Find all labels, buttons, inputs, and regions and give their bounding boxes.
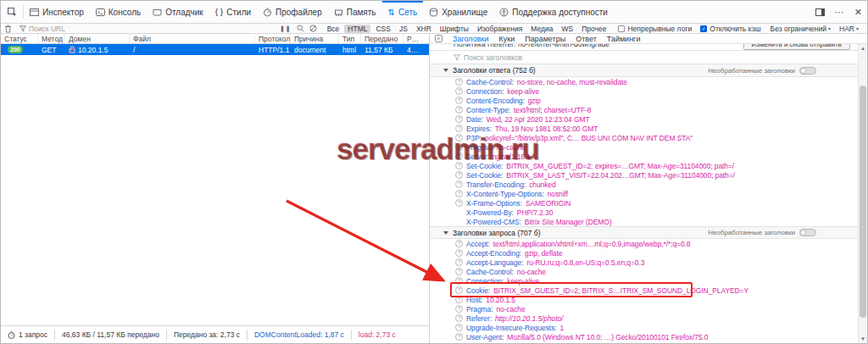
referer-link[interactable]: http://10.20.1.5/photo/: [495, 314, 563, 323]
filter-js[interactable]: JS: [396, 25, 411, 33]
header-row[interactable]: ?Cache-Control:no-store, no-cache, must-…: [430, 77, 867, 86]
column-transferred[interactable]: Передано: [361, 34, 403, 43]
scrollbar-thumb[interactable]: [860, 86, 866, 318]
header-row[interactable]: ?Accept-Language:ru-RU,ru;q=0.8,en-US;q=…: [430, 258, 867, 267]
header-row[interactable]: ?Content-Encoding:gzip: [430, 96, 867, 105]
help-icon[interactable]: ?: [455, 134, 463, 141]
help-icon[interactable]: ?: [455, 240, 463, 247]
help-icon[interactable]: ?: [455, 143, 463, 151]
help-icon[interactable]: ?: [455, 324, 463, 331]
help-icon[interactable]: ?: [455, 333, 463, 341]
header-row[interactable]: ?Server:nginx/1.16.1: [430, 152, 867, 161]
edit-resend-button[interactable]: Изменить и снова отправить: [743, 44, 850, 50]
domcontentloaded-time[interactable]: DOMContentLoaded: 1,87 с: [247, 330, 351, 341]
help-icon[interactable]: ?: [455, 153, 463, 160]
tab-style-editor[interactable]: { } Стили: [209, 1, 257, 23]
pick-element-button[interactable]: [1, 1, 23, 23]
tab-headers[interactable]: Заголовки: [453, 35, 488, 43]
column-domain[interactable]: Домен: [65, 34, 130, 43]
header-row[interactable]: ?X-Frame-Options:SAMEORIGIN: [430, 198, 867, 208]
clear-requests-trash-icon[interactable]: [1, 25, 15, 33]
help-icon[interactable]: ?: [455, 106, 463, 114]
tab-cookies[interactable]: Куки: [498, 35, 515, 43]
block-request-icon[interactable]: [307, 25, 320, 32]
header-row[interactable]: ?Set-Cookie:BITRIX_SM_GUEST_ID=2; expire…: [430, 161, 867, 170]
help-icon[interactable]: ?: [455, 180, 463, 188]
raw-headers-toggle[interactable]: [799, 67, 816, 75]
header-row[interactable]: ?Connection:keep-alive: [430, 276, 867, 286]
tab-performance[interactable]: Профайлер: [257, 1, 328, 23]
help-icon[interactable]: ?: [455, 286, 463, 294]
tab-accessibility[interactable]: Поддержка доступности: [493, 1, 614, 23]
tab-params[interactable]: Параметры: [525, 35, 565, 43]
header-row[interactable]: ?User-Agent:Mozilla/5.0 (Windows NT 10.0…: [430, 332, 867, 341]
split-pane-icon[interactable]: [435, 35, 442, 42]
scroll-down-arrow[interactable]: ▼: [859, 335, 867, 343]
help-icon[interactable]: ?: [455, 314, 463, 322]
header-row[interactable]: ?Transfer-Encoding:chunked: [430, 180, 867, 189]
header-row[interactable]: ?Accept-Encoding:gzip, deflate: [430, 248, 867, 258]
help-icon[interactable]: ?: [455, 97, 463, 104]
close-devtools-button[interactable]: ✕: [849, 7, 867, 18]
column-type[interactable]: Тип: [339, 34, 361, 43]
header-row[interactable]: ?Upgrade-Insecure-Requests:1: [430, 323, 867, 332]
dock-panel-icon[interactable]: [810, 8, 830, 17]
tab-console[interactable]: Консоль: [90, 1, 147, 23]
load-time[interactable]: load: 2,73 с: [351, 330, 403, 341]
help-icon[interactable]: ?: [455, 249, 463, 257]
filter-images[interactable]: Изображения: [474, 25, 526, 33]
disable-cache-checkbox[interactable]: ✓ Отключить кэш: [696, 25, 765, 33]
help-icon[interactable]: ?: [455, 162, 463, 169]
help-icon[interactable]: ?: [455, 277, 463, 285]
filter-all[interactable]: Все: [324, 25, 343, 33]
header-row[interactable]: X-Powered-CMS:Bitrix Site Manager (DEMO): [430, 217, 867, 226]
filter-ws[interactable]: WS: [558, 25, 576, 33]
column-cause[interactable]: Причина: [291, 34, 339, 43]
filter-css[interactable]: CSS: [372, 25, 393, 33]
filter-html[interactable]: HTML: [344, 25, 370, 33]
raw-headers-toggle[interactable]: [799, 229, 816, 236]
response-headers-section[interactable]: Заголовки ответа (752 б) Необработанные …: [430, 64, 867, 77]
help-icon[interactable]: ?: [455, 87, 463, 95]
header-row[interactable]: ?Cache-Control:no-cache: [430, 267, 867, 276]
search-url-input[interactable]: Поиск URL: [16, 25, 277, 33]
header-row[interactable]: ?Referer:http://10.20.1.5/photo/: [430, 313, 867, 323]
details-scrollbar[interactable]: ▲ ▼: [858, 44, 867, 343]
scroll-up-arrow[interactable]: ▲: [859, 44, 867, 53]
help-icon[interactable]: ?: [455, 199, 463, 207]
filter-xhr[interactable]: XHR: [413, 25, 435, 33]
header-row[interactable]: X-Powered-By:PHP/7.2.30: [430, 208, 867, 217]
help-icon[interactable]: ?: [455, 258, 463, 266]
tab-network[interactable]: ⇅ Сеть: [382, 1, 424, 23]
search-headers-input[interactable]: Поиск заголовков: [430, 50, 867, 64]
pause-log-button[interactable]: ❚❚: [277, 25, 294, 32]
header-row-cookie[interactable]: ?Cookie:BITRIX_SM_GUEST_ID=2; BITRIX_S…I…: [430, 286, 867, 295]
persist-logs-checkbox[interactable]: Непрерывные логи: [614, 25, 696, 33]
header-row[interactable]: ?X-Content-Type-Options:nosniff: [430, 189, 867, 198]
har-dropdown[interactable]: HAR ▾: [835, 25, 867, 33]
column-method[interactable]: Метод: [38, 34, 65, 43]
throttling-dropdown[interactable]: Без ограничений ▾: [766, 25, 835, 33]
help-icon[interactable]: ?: [455, 296, 463, 303]
help-icon[interactable]: ?: [455, 78, 463, 86]
help-icon[interactable]: ?: [455, 125, 463, 132]
tab-timings[interactable]: Тайминги: [607, 35, 641, 43]
tab-memory[interactable]: Память: [328, 1, 382, 23]
column-status[interactable]: Статус: [1, 34, 38, 43]
header-row[interactable]: ?Date:Wed, 22 Apr 2020 12:23:04 GMT: [430, 114, 867, 124]
help-icon[interactable]: ?: [455, 171, 463, 179]
tab-response[interactable]: Ответ: [576, 35, 597, 43]
header-row[interactable]: ?Content-Type:text/html; charset=UTF-8: [430, 105, 867, 114]
menu-dots-button[interactable]: ⋯: [830, 7, 849, 18]
header-row[interactable]: ?Accept:text/html,application/xhtml+xm…m…: [430, 239, 867, 248]
filter-media[interactable]: Медиа: [527, 25, 556, 33]
column-file[interactable]: Файл: [130, 34, 255, 43]
header-row[interactable]: ?Expires:Thu, 19 Nov 1981 08:52:00 GMT: [430, 124, 867, 133]
search-icon[interactable]: [294, 25, 307, 32]
header-row[interactable]: ?Set-Cookie:BITRIX_SM_LAST_VISIT=22.04.2…: [430, 170, 867, 180]
request-headers-section[interactable]: Заголовки запроса (707 б) Необработанные…: [430, 226, 867, 239]
filter-other[interactable]: Прочее: [578, 25, 609, 33]
tab-inspector[interactable]: Инспектор: [24, 1, 90, 23]
help-icon[interactable]: ?: [455, 190, 463, 197]
column-protocol[interactable]: Протокол: [255, 34, 291, 43]
